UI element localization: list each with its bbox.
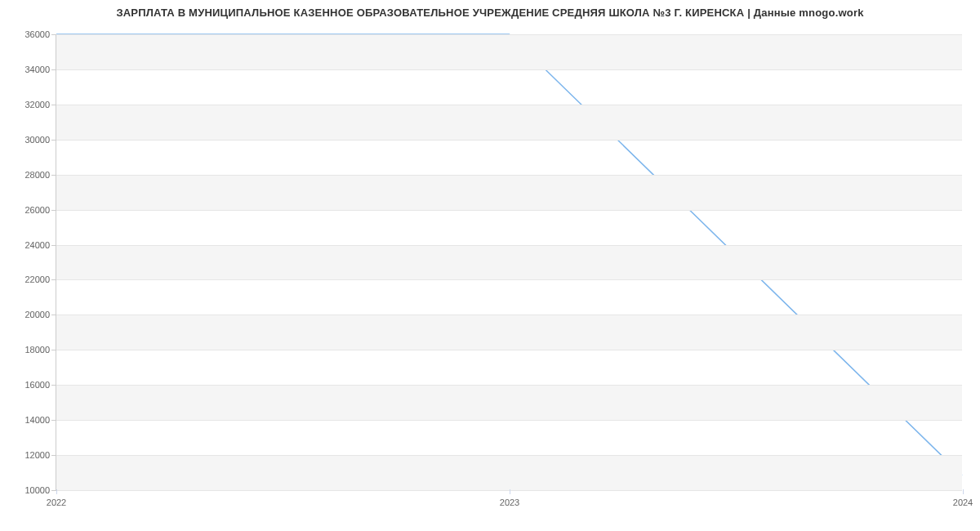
y-gridline: [56, 210, 962, 211]
x-tick: [963, 489, 964, 494]
y-tick: [51, 385, 56, 386]
y-tick: [51, 279, 56, 280]
y-gridline: [56, 140, 962, 141]
plot-band: [56, 315, 962, 350]
y-tick-label: 18000: [14, 345, 50, 355]
y-tick-label: 30000: [14, 135, 50, 145]
chart-container: ЗАРПЛАТА В МУНИЦИПАЛЬНОЕ КАЗЕННОЕ ОБРАЗО…: [0, 0, 980, 531]
y-gridline: [56, 315, 962, 315]
y-tick-label: 10000: [14, 485, 50, 495]
plot-band: [56, 175, 962, 210]
y-tick: [51, 210, 56, 211]
y-tick: [51, 69, 56, 70]
y-tick-label: 36000: [14, 29, 50, 39]
x-tick: [56, 489, 57, 494]
x-tick: [510, 489, 510, 494]
y-gridline: [56, 34, 962, 35]
plot-area: 1000012000140001600018000200002200024000…: [56, 34, 962, 490]
y-tick-label: 16000: [14, 380, 50, 390]
y-tick: [51, 34, 56, 35]
plot-band: [56, 245, 962, 280]
x-tick-label: 2024: [953, 498, 973, 507]
y-tick: [51, 245, 56, 246]
x-tick-label: 2022: [47, 498, 66, 507]
y-tick-label: 12000: [14, 450, 50, 460]
y-tick: [51, 140, 56, 141]
y-tick: [51, 455, 56, 456]
y-gridline: [56, 455, 962, 456]
y-tick: [51, 175, 56, 176]
y-gridline: [56, 279, 962, 280]
y-tick: [51, 420, 56, 421]
plot-band: [56, 105, 962, 140]
y-tick-label: 28000: [14, 170, 50, 180]
x-tick-label: 2023: [500, 498, 519, 507]
y-tick-label: 22000: [14, 274, 50, 284]
y-gridline: [56, 350, 962, 350]
y-gridline: [56, 105, 962, 105]
y-gridline: [56, 69, 962, 70]
y-tick-label: 26000: [14, 205, 50, 215]
y-tick: [51, 350, 56, 350]
y-gridline: [56, 385, 962, 386]
y-tick-label: 24000: [14, 240, 50, 250]
chart-title: ЗАРПЛАТА В МУНИЦИПАЛЬНОЕ КАЗЕННОЕ ОБРАЗО…: [0, 7, 980, 19]
y-tick-label: 20000: [14, 310, 50, 319]
y-gridline: [56, 245, 962, 246]
plot-band: [56, 34, 962, 69]
y-tick-label: 14000: [14, 415, 50, 425]
y-tick-label: 34000: [14, 65, 50, 74]
y-gridline: [56, 175, 962, 176]
y-tick-label: 32000: [14, 100, 50, 109]
plot-band: [56, 385, 962, 420]
y-tick: [51, 105, 56, 105]
y-tick: [51, 315, 56, 315]
y-gridline: [56, 420, 962, 421]
plot-band: [56, 455, 962, 490]
